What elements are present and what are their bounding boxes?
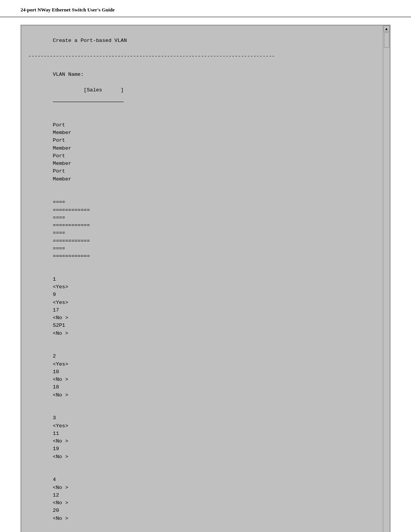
- table-row: 4 <No > 12 <No > 20 <No >: [28, 468, 374, 530]
- scrollbar[interactable]: ▲ ▼: [383, 26, 390, 532]
- terminal-title-separator: ----------------------------------------…: [28, 53, 374, 60]
- terminal-title: Create a Port-based VLAN: [28, 29, 374, 53]
- page-header: 24-port NWay Ethernet Switch User's Guid…: [0, 0, 411, 17]
- page-content: Create a Port-based VLAN ---------------…: [0, 17, 411, 532]
- table-separator: ==== ============ ==== ============ ====…: [28, 191, 374, 268]
- vlan-name-line: VLAN Name: [Sales ]: [28, 63, 374, 110]
- header-title: 24-port NWay Ethernet Switch User's Guid…: [21, 7, 115, 13]
- table-header: Port Member Port Member Port Member Port…: [28, 114, 374, 191]
- vlan-name-field[interactable]: [Sales ]: [53, 79, 124, 102]
- table-row: 1 <Yes> 9 <Yes> 17 <No > S2P1 <No >: [28, 268, 374, 345]
- scroll-up-button[interactable]: ▲: [384, 26, 390, 32]
- scroll-thumb[interactable]: [384, 32, 389, 48]
- table-row: 2 <Yes> 10 <No > 18 <No >: [28, 345, 374, 407]
- terminal-body: Create a Port-based VLAN ---------------…: [21, 26, 383, 532]
- table-row: 5 <No > 13 <No > 21 <No >: [28, 530, 374, 532]
- terminal-window: Create a Port-based VLAN ---------------…: [21, 25, 390, 532]
- table-row: 3 <Yes> 11 <No > 19 <No >: [28, 407, 374, 468]
